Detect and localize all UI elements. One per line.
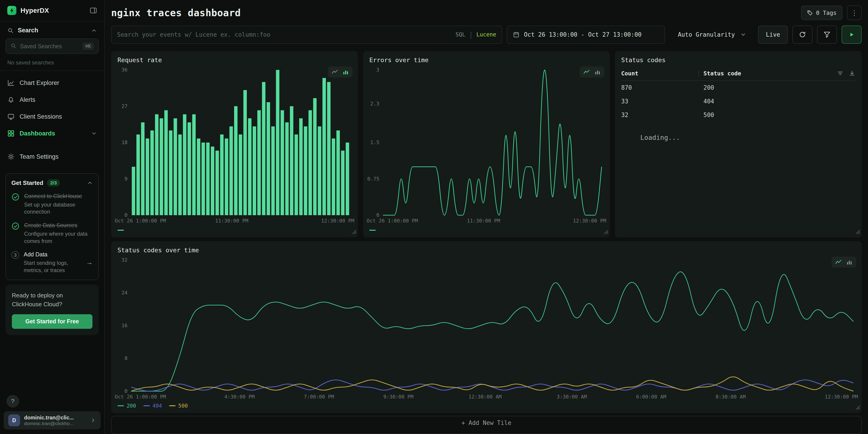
svg-text:2.3: 2.3 bbox=[370, 101, 379, 106]
page-title: nginx traces dashboard bbox=[111, 7, 797, 19]
event-search-input[interactable] bbox=[117, 31, 452, 38]
date-range-picker[interactable]: Oct 26 13:00:00 - Oct 27 13:00:00 bbox=[507, 26, 665, 44]
line-chart-icon[interactable] bbox=[835, 259, 842, 265]
chevron-down-icon bbox=[740, 32, 746, 38]
svg-text:11:30:00 PM: 11:30:00 PM bbox=[215, 218, 248, 224]
line-chart-icon[interactable] bbox=[583, 69, 590, 75]
step-title: Create Data Sources bbox=[24, 222, 93, 229]
search-section-header[interactable]: Search bbox=[0, 22, 104, 38]
search-section: Search Saved Searches ⌘K No saved search… bbox=[0, 22, 104, 71]
cell-count: 33 bbox=[621, 98, 699, 105]
request-rate-chart[interactable]: 09182736Oct 26 1:00:00 PM11:30:00 PM12:3… bbox=[114, 65, 355, 226]
tile-resize-handle[interactable] bbox=[352, 228, 356, 236]
get-started-step-sources[interactable]: Create Data Sources Configure where your… bbox=[11, 222, 93, 245]
check-circle-icon bbox=[11, 193, 20, 201]
tile-resize-handle[interactable] bbox=[856, 228, 860, 236]
svg-text:6:00:00 AM: 6:00:00 AM bbox=[636, 394, 666, 400]
user-menu[interactable]: D dominic.tran@clic... dominic.tran@clic… bbox=[4, 411, 101, 429]
column-header-count[interactable]: Count bbox=[621, 70, 699, 77]
column-header-status-code[interactable]: Status code bbox=[699, 70, 837, 77]
granularity-value: Auto Granularity bbox=[678, 31, 735, 38]
svg-text:12:30:00 PM: 12:30:00 PM bbox=[573, 218, 606, 224]
cell-status-code: 404 bbox=[699, 98, 855, 105]
dashboard-grid-top: Request rate 09182736Oct 26 1:00:00 PM11… bbox=[111, 51, 862, 238]
legend-item-404[interactable]: 404 bbox=[144, 403, 162, 409]
legend-item[interactable] bbox=[369, 230, 376, 231]
status-codes-over-time-chart[interactable]: 08162432Oct 26 1:00:00 PM4:30:00 PM7:00:… bbox=[114, 255, 859, 401]
granularity-select[interactable]: Auto Granularity bbox=[673, 26, 752, 44]
table-row: 32 500 bbox=[621, 108, 855, 122]
sidebar-item-dashboards[interactable]: Dashboards bbox=[0, 125, 104, 142]
bell-icon bbox=[7, 96, 14, 103]
svg-text:0: 0 bbox=[125, 388, 127, 394]
get-started-title: Get Started bbox=[11, 179, 43, 186]
tile-status-codes-over-time: Status codes over time 08162432Oct 26 1:… bbox=[111, 241, 862, 413]
monitor-icon bbox=[7, 113, 14, 120]
legend-item[interactable] bbox=[118, 230, 124, 231]
svg-text:0: 0 bbox=[125, 212, 127, 218]
get-started-free-button[interactable]: Get Started for Free bbox=[12, 314, 92, 329]
svg-text:12:30:00 PM: 12:30:00 PM bbox=[825, 394, 858, 400]
svg-text:18: 18 bbox=[122, 140, 128, 145]
download-icon[interactable] bbox=[849, 70, 855, 76]
deploy-promo-card: Ready to deploy on ClickHouse Cloud? Get… bbox=[5, 285, 99, 335]
chevron-up-icon[interactable] bbox=[91, 28, 97, 33]
errors-over-time-chart[interactable]: 00.751.52.33Oct 26 1:00:00 PM11:30:00 PM… bbox=[366, 65, 607, 226]
table-filter-icon[interactable] bbox=[837, 70, 843, 76]
legend-item-500[interactable]: 500 bbox=[169, 403, 188, 409]
search-section-label: Search bbox=[18, 27, 38, 34]
filter-funnel-icon bbox=[824, 31, 831, 38]
keyboard-shortcut-badge: ⌘K bbox=[83, 42, 94, 50]
svg-text:7:00:00 PM: 7:00:00 PM bbox=[304, 394, 334, 400]
search-icon bbox=[10, 42, 17, 51]
sidebar-item-client-sessions[interactable]: Client Sessions bbox=[0, 108, 104, 125]
dashboard-menu-button[interactable]: ⋮ bbox=[847, 5, 862, 20]
svg-text:12:30:00 AM: 12:30:00 AM bbox=[468, 394, 502, 400]
lucene-toggle[interactable]: Lucene bbox=[476, 31, 496, 38]
gear-icon bbox=[7, 153, 14, 160]
bar-chart-icon[interactable] bbox=[342, 69, 349, 75]
run-query-button[interactable] bbox=[842, 26, 862, 44]
sidebar-item-team-settings[interactable]: Team Settings bbox=[0, 148, 104, 165]
cell-count: 32 bbox=[621, 112, 699, 118]
get-started-step-add-data[interactable]: 3 Add Data Start sending logs, metrics, … bbox=[11, 251, 93, 274]
no-saved-searches-text: No saved searches bbox=[0, 58, 104, 67]
user-email: dominic.tran@clickho... bbox=[24, 421, 86, 426]
play-icon bbox=[848, 31, 855, 38]
hyperdx-logo-icon bbox=[7, 6, 17, 15]
add-new-tile-button[interactable]: + Add New Tile bbox=[111, 416, 862, 434]
bar-chart-icon[interactable] bbox=[594, 69, 601, 75]
search-icon bbox=[7, 27, 14, 34]
sidebar-item-alerts[interactable]: Alerts bbox=[0, 91, 104, 108]
chevron-down-icon[interactable] bbox=[91, 130, 97, 136]
tile-resize-handle[interactable] bbox=[604, 228, 609, 236]
language-divider: | bbox=[470, 31, 472, 39]
refresh-button[interactable] bbox=[793, 26, 812, 44]
tile-errors-over-time: Errors over time 00.751.52.33Oct 26 1:00… bbox=[363, 51, 610, 238]
legend-item-200[interactable]: 200 bbox=[118, 403, 136, 409]
svg-text:9: 9 bbox=[125, 176, 127, 182]
chart-explorer-icon bbox=[7, 79, 14, 87]
svg-text:8: 8 bbox=[125, 355, 127, 361]
tags-button[interactable]: 0 Tags bbox=[801, 5, 842, 20]
arrow-right-icon: → bbox=[86, 258, 93, 266]
table-row: 33 404 bbox=[621, 94, 855, 108]
filters-button[interactable] bbox=[817, 26, 837, 44]
svg-text:3: 3 bbox=[376, 67, 379, 73]
help-button[interactable]: ? bbox=[6, 395, 19, 408]
tile-resize-handle[interactable] bbox=[856, 403, 860, 412]
live-button[interactable]: Live bbox=[758, 26, 788, 44]
sidebar-collapse-button[interactable] bbox=[90, 7, 97, 14]
get-started-step-connect[interactable]: Connect to ClickHouse Set up your databa… bbox=[11, 192, 93, 216]
legend-label: 500 bbox=[178, 403, 188, 409]
bar-chart-icon[interactable] bbox=[846, 259, 852, 265]
step-description: Configure where your data comes from bbox=[24, 230, 93, 245]
sql-toggle[interactable]: SQL bbox=[456, 31, 465, 38]
svg-text:32: 32 bbox=[122, 257, 128, 263]
line-chart-icon[interactable] bbox=[332, 69, 338, 75]
saved-searches-input[interactable]: Saved Searches ⌘K bbox=[5, 38, 99, 54]
svg-text:0: 0 bbox=[376, 212, 379, 218]
sidebar-item-chart-explorer[interactable]: Chart Explorer bbox=[0, 74, 104, 91]
chevron-up-icon[interactable] bbox=[87, 180, 93, 186]
saved-searches-placeholder: Saved Searches bbox=[20, 43, 79, 50]
